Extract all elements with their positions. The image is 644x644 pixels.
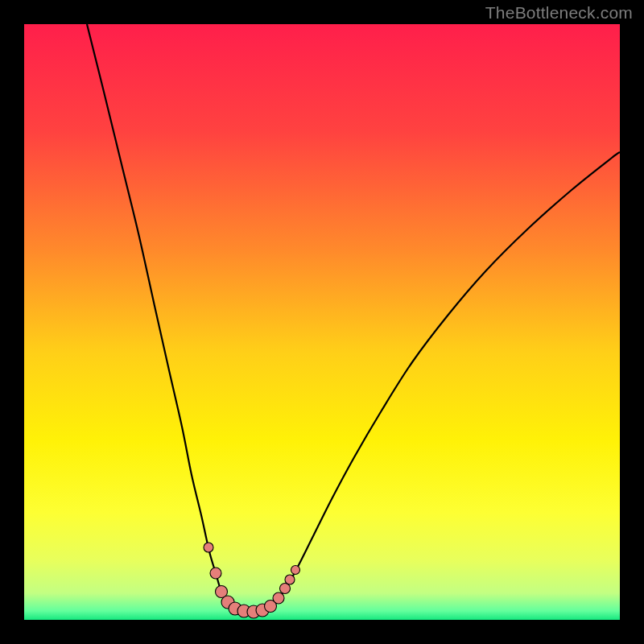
data-marker	[273, 592, 284, 604]
chart-frame: TheBottleneck.com	[0, 0, 644, 644]
watermark-text: TheBottleneck.com	[485, 3, 633, 23]
data-marker	[204, 543, 213, 552]
data-marker	[280, 584, 291, 594]
plot-background	[24, 24, 620, 620]
data-marker	[285, 575, 295, 584]
data-marker	[291, 566, 300, 575]
data-marker	[210, 568, 221, 579]
chart-svg	[0, 0, 644, 644]
